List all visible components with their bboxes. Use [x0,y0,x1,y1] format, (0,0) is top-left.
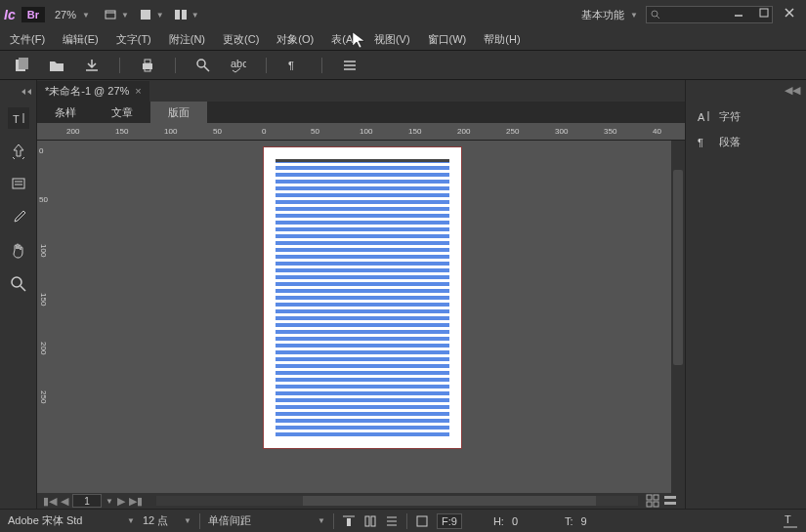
bridge-button[interactable]: Br [21,7,45,22]
right-panel: ◀◀ A 字符 ¶ 段落 [685,80,806,509]
menu-help[interactable]: 帮助(H) [484,32,520,47]
canvas[interactable] [55,141,669,493]
justify-icon[interactable] [385,514,399,528]
chevron-down-icon: ▼ [318,516,325,525]
minimize-button[interactable] [734,8,743,18]
chevron-down-icon: ▼ [184,516,191,525]
arrange-icon [174,8,188,21]
svg-point-16 [197,60,205,67]
eyedropper-tool[interactable] [8,207,29,228]
first-page-button[interactable]: ▮◀ [43,495,57,508]
tab-layout[interactable]: 版面 [150,102,207,124]
page-number-input[interactable] [72,494,102,508]
spellcheck-icon[interactable]: abc [231,58,246,73]
svg-rect-40 [347,518,351,526]
page[interactable] [263,146,462,449]
vertical-scrollbar[interactable] [671,141,685,493]
new-icon[interactable] [14,58,29,73]
columns-icon[interactable] [363,514,377,528]
pilcrow-icon[interactable]: ¶ [286,58,302,73]
grid-view-icon[interactable] [646,494,659,508]
menu-edit[interactable]: 编辑(E) [63,32,99,47]
h-label: H: [493,515,504,527]
separator [333,513,334,529]
document-tab[interactable]: *未命名-1 @ 27% × [37,81,149,102]
position-tool[interactable] [8,141,29,162]
hand-tool[interactable] [8,240,29,262]
panel-character-label: 字符 [719,109,741,124]
status-bar: Adobe 宋体 Std ▼ 12 点 ▼ 单倍间距 ▼ F:9 H:0 T:9… [0,509,806,532]
panel-character[interactable]: A 字符 [686,103,806,129]
menu-text[interactable]: 文字(T) [116,32,151,47]
view-mode-select[interactable]: ▼ [139,8,164,21]
svg-rect-0 [106,11,115,19]
open-icon[interactable] [49,58,64,73]
svg-line-29 [21,286,25,291]
menu-notes[interactable]: 附注(N) [169,32,205,47]
svg-rect-32 [647,502,652,507]
arrange-select[interactable]: ▼ [174,8,199,21]
svg-rect-8 [760,9,768,17]
chevron-down-icon: ▼ [191,11,199,20]
svg-line-17 [204,66,209,71]
note-tool[interactable] [8,174,29,195]
menu-window[interactable]: 窗口(W) [428,32,467,47]
view-toggle [646,494,685,508]
zoom-select[interactable]: 27% ▼ [55,9,90,20]
svg-rect-30 [647,495,652,500]
close-button[interactable] [785,8,794,18]
horizontal-scrollbar[interactable] [156,496,638,506]
next-page-button[interactable]: ▶ [117,495,125,508]
horizontal-ruler: 200 150 100 50 0 50 100 150 200 250 300 … [37,123,685,141]
font-select[interactable]: Adobe 宋体 Std ▼ [8,513,135,528]
fit-frame-icon[interactable] [415,514,429,528]
workspace-select[interactable]: 基本功能 ▼ [581,8,638,22]
screen-mode-icon [104,8,117,21]
font-name: Adobe 宋体 Std [8,513,82,528]
tab-story[interactable]: 条样 [37,102,94,124]
f-field[interactable]: F:9 [437,513,462,529]
type-tool[interactable]: T [8,107,29,129]
h-value: 0 [512,515,518,527]
scrollbar-thumb[interactable] [673,170,683,365]
last-page-button[interactable]: ▶▮ [129,495,143,508]
save-icon[interactable] [84,58,100,73]
zoom-tool[interactable] [8,273,29,295]
close-tab-icon[interactable]: × [135,85,141,97]
collapse-left-icon[interactable] [21,88,32,96]
menu-file[interactable]: 文件(F) [10,32,45,47]
list-view-icon[interactable] [663,494,677,508]
page-navigator: ▮◀ ◀ ▼ ▶ ▶▮ [37,494,148,508]
menu-view[interactable]: 视图(V) [374,32,410,47]
screen-mode-select[interactable]: ▼ [104,8,129,21]
align-top-icon[interactable] [342,514,356,528]
print-icon[interactable] [140,58,155,73]
separator [266,58,267,73]
leading-select[interactable]: 单倍间距 ▼ [208,513,325,528]
panel-paragraph[interactable]: ¶ 段落 [686,129,806,154]
chevron-down-icon: ▼ [630,11,638,20]
paragraph-icon: ¶ [696,134,711,149]
scrollbar-thumb[interactable] [303,496,596,506]
chevron-down-icon[interactable]: ▼ [106,497,113,506]
page-text-frame[interactable] [276,159,449,436]
tools-panel: T [0,80,37,509]
svg-rect-42 [371,516,375,526]
find-icon[interactable] [195,58,211,73]
prev-page-button[interactable]: ◀ [61,495,68,508]
svg-rect-34 [664,496,676,499]
menu-changes[interactable]: 更改(C) [223,32,259,47]
separator [406,513,407,529]
collapse-right-icon[interactable]: ◀◀ [785,84,800,97]
workspace-label: 基本功能 [581,8,624,22]
font-size-select[interactable]: 12 点 ▼ [143,513,191,528]
tab-article[interactable]: 文章 [94,102,150,124]
maximize-button[interactable] [759,8,769,18]
window-controls [734,8,794,18]
chevron-down-icon: ▼ [82,11,90,20]
character-icon: A [696,108,711,124]
menu-object[interactable]: 对象(O) [276,32,314,47]
list-icon[interactable] [342,58,358,73]
chevron-down-icon: ▼ [121,11,129,20]
baseline-icon[interactable]: T [783,513,798,529]
